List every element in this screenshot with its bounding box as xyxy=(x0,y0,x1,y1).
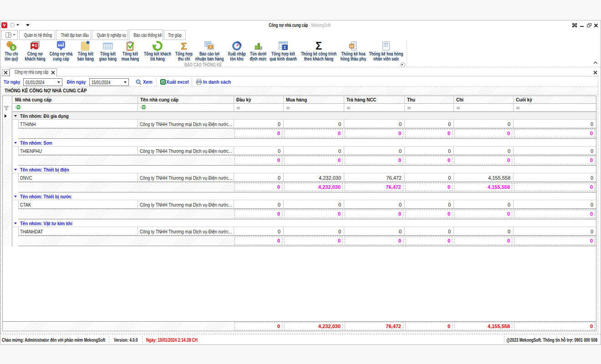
svg-text:Σ: Σ xyxy=(209,45,212,49)
svg-text:$: $ xyxy=(12,46,14,50)
svg-text:Σ: Σ xyxy=(181,41,187,51)
svg-text:Σ: Σ xyxy=(284,45,286,50)
svg-text:23: 23 xyxy=(350,45,353,48)
svg-text:Σ: Σ xyxy=(316,41,322,51)
